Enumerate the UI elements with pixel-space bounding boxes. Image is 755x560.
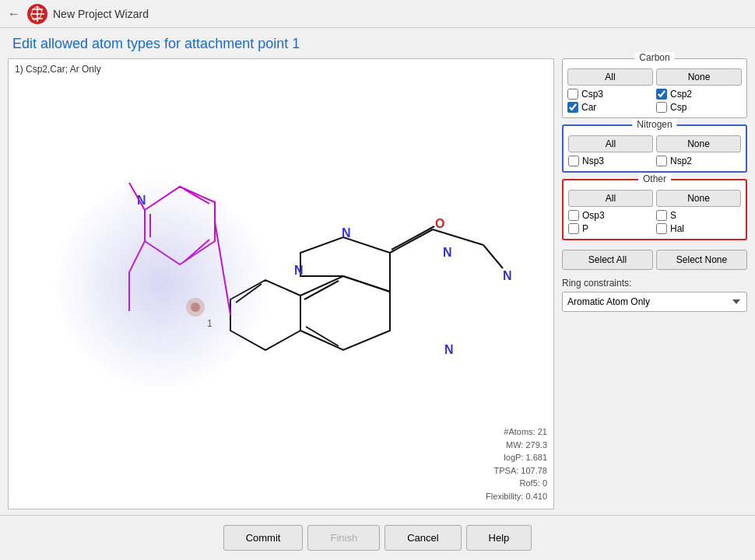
help-button[interactable]: Help	[466, 525, 532, 551]
csp-label: Csp	[670, 102, 687, 113]
s-label: S	[670, 210, 676, 221]
svg-line-15	[236, 284, 262, 303]
nsp2-checkbox-item[interactable]: Nsp2	[656, 156, 741, 166]
ring-constraints-select[interactable]: Aromatic Atom Only Any Ring Atom Only No…	[562, 292, 747, 312]
mol-label: 1) Csp2,Car; Ar Only	[15, 64, 101, 75]
logp-value: 1.681	[525, 453, 547, 462]
nitrogen-group: Nitrogen All None Nsp3 Nsp2	[562, 124, 747, 173]
nsp2-label: Nsp2	[670, 156, 692, 166]
carbon-group-title: Carbon	[634, 52, 674, 63]
svg-text:O: O	[435, 217, 444, 230]
logp-label: logP:	[504, 453, 523, 462]
svg-line-6	[129, 241, 145, 272]
tpsa-value: 107.78	[521, 466, 547, 475]
finish-button[interactable]: Finish	[307, 525, 380, 551]
svg-line-23	[392, 226, 434, 250]
csp2-label: Csp2	[670, 89, 692, 100]
nsp3-checkbox-item[interactable]: Nsp3	[568, 156, 653, 166]
flex-label: Flexibility:	[486, 492, 523, 501]
carbon-all-button[interactable]: All	[567, 68, 653, 86]
csp3-checkbox-item[interactable]: Csp3	[567, 89, 653, 100]
cancel-button[interactable]: Cancel	[385, 525, 461, 551]
select-none-button[interactable]: Select None	[656, 250, 747, 270]
svg-line-17	[306, 327, 339, 346]
svg-marker-1	[145, 187, 215, 264]
s-checkbox[interactable]	[656, 210, 667, 221]
car-checkbox[interactable]	[567, 102, 578, 113]
footer: Commit Finish Cancel Help	[0, 515, 755, 560]
nitrogen-group-title: Nitrogen	[632, 119, 676, 130]
rof5-label: Rof5:	[520, 478, 540, 488]
csp3-label: Csp3	[581, 89, 603, 100]
car-label: Car	[581, 102, 596, 113]
svg-text:N: N	[294, 264, 304, 277]
svg-line-28	[215, 222, 230, 315]
ring-constraints-label: Ring constraints:	[562, 278, 747, 289]
other-none-button[interactable]: None	[656, 190, 741, 207]
svg-text:N: N	[503, 269, 512, 282]
commit-button[interactable]: Commit	[223, 525, 304, 551]
osp3-checkbox-item[interactable]: Osp3	[568, 210, 653, 221]
p-label: P	[582, 223, 588, 234]
csp-checkbox[interactable]	[656, 102, 667, 113]
atoms-label: #Atoms:	[504, 427, 535, 436]
nitrogen-all-button[interactable]: All	[568, 135, 653, 152]
mw-label: MW:	[506, 440, 523, 450]
flex-value: 0.410	[525, 492, 547, 501]
tpsa-label: TPSA:	[493, 466, 518, 475]
carbon-group: Carbon All None Csp3 Csp2 Car	[562, 58, 747, 118]
svg-marker-12	[230, 280, 300, 350]
rof5-value: 0	[543, 478, 547, 488]
nsp2-checkbox[interactable]	[656, 156, 667, 166]
svg-text:1: 1	[207, 318, 212, 329]
csp2-checkbox[interactable]	[656, 89, 667, 100]
main-content: 1) Csp2,Car; Ar Only N	[0, 58, 755, 509]
osp3-checkbox[interactable]	[568, 210, 579, 221]
mw-value: 279.3	[525, 440, 547, 450]
atoms-value: 21	[538, 427, 547, 436]
svg-text:N: N	[443, 246, 452, 259]
svg-line-26	[483, 245, 503, 268]
molecule-panel: 1) Csp2,Car; Ar Only N	[8, 58, 554, 509]
other-all-button[interactable]: All	[568, 190, 653, 207]
app-title: New Project Wizard	[53, 8, 149, 20]
hal-checkbox[interactable]	[656, 223, 667, 234]
csp-checkbox-item[interactable]: Csp	[656, 102, 742, 113]
nsp3-label: Nsp3	[582, 156, 604, 166]
hal-label: Hal	[670, 223, 684, 234]
svg-text:N: N	[444, 343, 454, 356]
select-row: Select All Select None	[562, 250, 747, 270]
app-logo	[26, 3, 48, 25]
s-checkbox-item[interactable]: S	[656, 210, 741, 221]
other-group: Other All None Osp3 S P	[562, 179, 747, 240]
svg-point-10	[191, 303, 200, 312]
right-panel: Carbon All None Csp3 Csp2 Car	[562, 58, 747, 509]
svg-marker-14	[300, 237, 390, 292]
svg-line-25	[433, 229, 483, 245]
p-checkbox[interactable]	[568, 223, 579, 234]
svg-line-3	[184, 189, 209, 204]
titlebar: ← New Project Wizard	[0, 0, 755, 28]
csp3-checkbox[interactable]	[567, 89, 578, 100]
car-checkbox-item[interactable]: Car	[567, 102, 653, 113]
nitrogen-none-button[interactable]: None	[656, 135, 741, 152]
csp2-checkbox-item[interactable]: Csp2	[656, 89, 742, 100]
back-button[interactable]: ←	[8, 7, 20, 21]
ring-constraints: Ring constraints: Aromatic Atom Only Any…	[562, 278, 747, 312]
svg-text:N: N	[342, 226, 351, 240]
svg-line-4	[184, 240, 209, 262]
svg-line-22	[390, 229, 433, 253]
hal-checkbox-item[interactable]: Hal	[656, 223, 741, 234]
svg-line-16	[304, 281, 339, 299]
p-checkbox-item[interactable]: P	[568, 223, 653, 234]
nsp3-checkbox[interactable]	[568, 156, 579, 166]
select-all-button[interactable]: Select All	[562, 250, 653, 270]
mol-stats: #Atoms: 21 MW: 279.3 logP: 1.681 TPSA: 1…	[486, 425, 547, 502]
molecule-canvas[interactable]: N 1	[9, 59, 553, 509]
other-group-title: Other	[638, 173, 671, 184]
osp3-label: Osp3	[582, 210, 605, 221]
carbon-none-button[interactable]: None	[656, 68, 742, 86]
